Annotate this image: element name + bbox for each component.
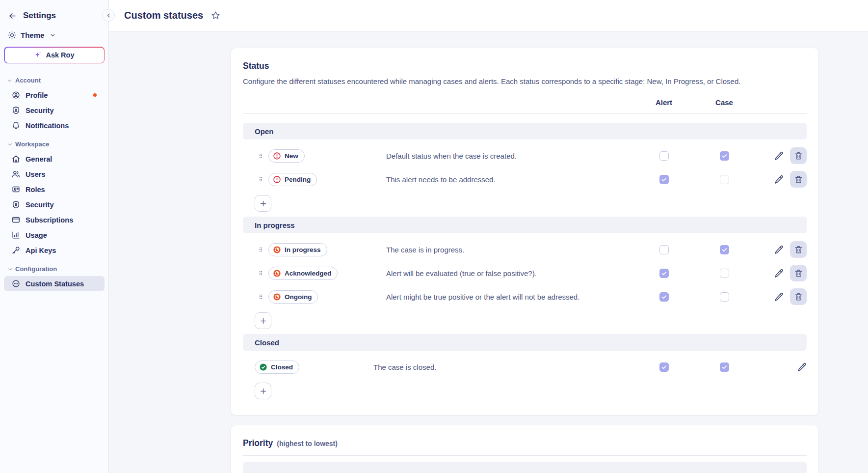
- alert-circle-icon: [273, 175, 281, 184]
- delete-button[interactable]: [790, 241, 807, 258]
- sidebar-item-label: General: [26, 155, 52, 163]
- case-checkbox[interactable]: [720, 151, 729, 161]
- chevron-down-icon: [7, 266, 13, 272]
- sidebar-item-users[interactable]: Users: [4, 167, 105, 182]
- edit-button[interactable]: [774, 151, 784, 161]
- sidebar-item-usage[interactable]: Usage: [4, 227, 105, 243]
- ask-roy-button[interactable]: Ask Roy: [4, 47, 105, 63]
- case-checkbox[interactable]: [720, 269, 729, 278]
- bar-chart-icon: [12, 231, 20, 239]
- alert-checkbox[interactable]: [659, 269, 669, 278]
- status-card-title: Status: [243, 61, 807, 71]
- edit-button[interactable]: [774, 269, 784, 278]
- sidebar-item-label: Security: [26, 107, 54, 114]
- delete-button[interactable]: [790, 171, 807, 188]
- favorite-button[interactable]: [211, 11, 220, 20]
- status-badge-pending[interactable]: Pending: [268, 173, 317, 186]
- priority-card-title: Priority: [243, 438, 273, 448]
- add-status-button[interactable]: [255, 383, 271, 399]
- delete-button[interactable]: [790, 147, 807, 164]
- status-groups: Open New Default status when the case is…: [243, 123, 807, 399]
- edit-button[interactable]: [774, 292, 784, 302]
- alert-checkbox[interactable]: [659, 292, 669, 302]
- ask-roy-label: Ask Roy: [46, 51, 74, 59]
- case-checkbox[interactable]: [720, 362, 729, 372]
- priority-card: Priority (highest to lowest): [231, 425, 819, 473]
- alert-checkbox[interactable]: [659, 175, 669, 184]
- status-badge-label: In progress: [285, 246, 321, 253]
- alert-checkbox[interactable]: [659, 151, 669, 161]
- case-checkbox[interactable]: [720, 245, 729, 254]
- sidebar-item-general[interactable]: General: [4, 151, 105, 167]
- alert-checkbox[interactable]: [659, 362, 669, 372]
- add-status-button[interactable]: [255, 312, 271, 329]
- drag-handle[interactable]: [258, 269, 268, 277]
- sidebar-item-security[interactable]: Security: [4, 103, 105, 118]
- sidebar-collapse-button[interactable]: [102, 9, 115, 22]
- delete-button[interactable]: [790, 288, 807, 305]
- sidebar-item-roles[interactable]: Roles: [4, 182, 105, 197]
- page-header: Custom statuses: [109, 0, 868, 31]
- sidebar-item-api-keys[interactable]: Api Keys: [4, 243, 105, 258]
- sidebar-item-security[interactable]: Security: [4, 197, 105, 212]
- divider: [243, 113, 807, 114]
- sidebar-item-label: Security: [26, 201, 54, 209]
- sidebar-item-label: Api Keys: [26, 247, 56, 254]
- priority-card-subtitle: (highest to lowest): [277, 440, 338, 447]
- chevron-down-icon: [7, 78, 13, 83]
- drag-handle[interactable]: [258, 293, 268, 301]
- drag-handle[interactable]: [258, 246, 268, 253]
- credit-card-icon: [12, 216, 20, 224]
- status-badge-label: Pending: [285, 176, 311, 183]
- notification-dot: [93, 93, 97, 97]
- alert-checkbox[interactable]: [659, 245, 669, 254]
- sidebar-item-subscriptions[interactable]: Subscriptions: [4, 212, 105, 227]
- group-label: Closed: [255, 338, 279, 347]
- group-bar-in-progress: In progress: [243, 217, 807, 233]
- id-card-icon: [12, 185, 20, 194]
- check-circle-icon: [259, 363, 267, 371]
- section-header-workspace[interactable]: Workspace: [0, 133, 108, 151]
- group-label: In progress: [255, 221, 295, 229]
- case-column-header: Case: [701, 98, 748, 107]
- sidebar-item-label: Roles: [26, 186, 45, 194]
- status-badge-new[interactable]: New: [268, 149, 305, 163]
- add-status-button[interactable]: [255, 195, 271, 212]
- case-checkbox[interactable]: [720, 175, 729, 184]
- status-description: Default status when the case is created.: [386, 152, 640, 160]
- edit-button[interactable]: [774, 245, 784, 254]
- sidebar-item-label: Usage: [26, 231, 47, 239]
- sidebar-item-custom-statuses[interactable]: Custom Statuses: [4, 276, 105, 291]
- drag-handle[interactable]: [258, 175, 268, 183]
- status-badge-closed[interactable]: Closed: [255, 361, 299, 374]
- delete-button[interactable]: [790, 265, 807, 281]
- case-checkbox[interactable]: [720, 292, 729, 302]
- chevron-down-icon: [7, 141, 13, 147]
- section-label: Configuration: [15, 265, 57, 273]
- edit-button[interactable]: [797, 362, 807, 372]
- sidebar-item-profile[interactable]: Profile: [4, 87, 105, 103]
- theme-toggle[interactable]: Theme: [0, 27, 108, 46]
- sidebar-item-notifications[interactable]: Notifications: [4, 118, 105, 133]
- status-badge-acknowledged[interactable]: Acknowledged: [268, 267, 338, 280]
- theme-label: Theme: [21, 31, 44, 39]
- section-header-account[interactable]: Account: [0, 69, 108, 87]
- sidebar-title: Settings: [23, 11, 56, 21]
- status-badge-ongoing[interactable]: Ongoing: [268, 290, 318, 304]
- section-header-configuration[interactable]: Configuration: [0, 258, 108, 276]
- back-arrow-icon[interactable]: [8, 11, 17, 21]
- edit-button[interactable]: [774, 175, 784, 184]
- progress-pie-icon: [273, 269, 281, 278]
- status-description: The case is closed.: [373, 363, 640, 371]
- status-badge-label: Closed: [271, 363, 293, 371]
- key-icon: [12, 246, 20, 254]
- group-bar-closed: Closed: [243, 334, 807, 351]
- group-label: Open: [255, 127, 273, 136]
- priority-group-bar: [243, 462, 807, 473]
- alert-column-header: Alert: [640, 98, 687, 107]
- drag-handle[interactable]: [258, 152, 268, 160]
- bell-icon: [12, 121, 20, 130]
- status-description: The case is in progress.: [386, 246, 640, 254]
- status-badge-label: Acknowledged: [285, 270, 331, 277]
- status-badge-in-progress[interactable]: In progress: [268, 243, 327, 256]
